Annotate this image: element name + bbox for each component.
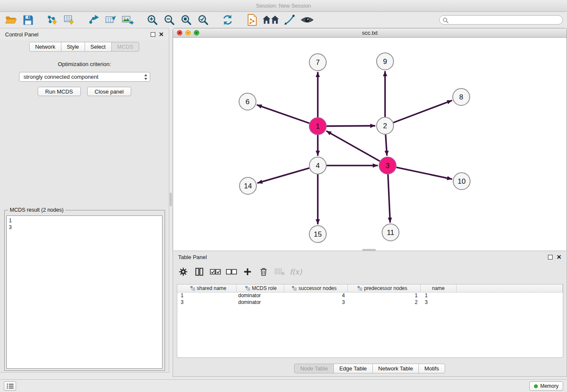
- tab-network[interactable]: Network: [29, 42, 61, 52]
- zoom-fit-glyph: [180, 14, 192, 26]
- tab-node-table[interactable]: Node Table: [294, 364, 334, 373]
- tab-network-table[interactable]: Network Table: [372, 364, 419, 373]
- delete-table-icon-disabled[interactable]: [274, 266, 286, 278]
- graph-node-1[interactable]: 1: [309, 118, 326, 135]
- graph-edge-2-3[interactable]: [385, 135, 387, 156]
- tab-mcds[interactable]: MCDS: [111, 42, 139, 52]
- table-panel: Table Panel ✕: [173, 251, 567, 377]
- unchecked-boxes-glyph: [226, 268, 237, 275]
- search-input[interactable]: [440, 16, 562, 24]
- cell-successor-nodes: 4: [284, 293, 348, 299]
- graph-edge-3-1[interactable]: [326, 131, 380, 161]
- refresh-icon[interactable]: [221, 13, 234, 27]
- graph-node-14[interactable]: 14: [239, 177, 256, 194]
- tab-select[interactable]: Select: [85, 42, 112, 52]
- import-network-icon[interactable]: [46, 13, 59, 27]
- zoom-in-icon[interactable]: [146, 13, 159, 27]
- graph-node-6[interactable]: 6: [239, 93, 256, 110]
- task-history-button[interactable]: [4, 381, 16, 391]
- graph-node-label: 6: [245, 98, 249, 106]
- column-header-successor-nodes[interactable]: successor nodes: [284, 284, 348, 292]
- memory-status-icon: [534, 384, 538, 388]
- column-label: successor nodes: [298, 285, 336, 291]
- open-folder-icon[interactable]: [4, 13, 18, 27]
- delete-column-icon[interactable]: [258, 266, 270, 278]
- export-image-icon[interactable]: [121, 13, 135, 27]
- vertical-splitter-handle[interactable]: [170, 193, 172, 206]
- mcds-result-value: 3: [9, 224, 160, 231]
- columns-glyph: [195, 267, 204, 276]
- graph-node-label: 14: [244, 182, 252, 190]
- graph-edge-2-8[interactable]: [394, 100, 452, 123]
- graph-node-8[interactable]: 8: [453, 88, 470, 105]
- tab-style[interactable]: Style: [61, 42, 85, 52]
- show-columns-icon[interactable]: [193, 266, 205, 278]
- dropdown-stepper-icon: [144, 74, 148, 80]
- tab-edge-table[interactable]: Edge Table: [333, 364, 373, 373]
- mcds-result-value: 1: [9, 217, 160, 224]
- graph-node-3[interactable]: 3: [379, 157, 396, 174]
- select-all-icon[interactable]: [209, 266, 221, 278]
- graph-node-4[interactable]: 4: [309, 157, 326, 174]
- graph-node-9[interactable]: 9: [377, 53, 394, 70]
- column-header-shared-name[interactable]: shared name: [177, 284, 237, 292]
- checked-boxes-glyph: [210, 268, 221, 275]
- graph-node-label: 10: [458, 177, 466, 185]
- column-label: name: [432, 285, 445, 291]
- import-table-icon[interactable]: [63, 13, 76, 27]
- add-column-icon[interactable]: [242, 266, 253, 278]
- table-panel-close-icon[interactable]: ✕: [556, 255, 561, 259]
- column-header-mcds-role[interactable]: MCDS role: [237, 284, 284, 292]
- control-panel-float-icon[interactable]: [151, 32, 155, 37]
- clipboard-network-glyph: [247, 14, 258, 26]
- close-panel-button[interactable]: Close panel: [87, 87, 132, 96]
- graph-node-2[interactable]: 2: [377, 117, 394, 134]
- plus-glyph: [243, 268, 252, 276]
- zoom-fit-icon[interactable]: [179, 13, 193, 27]
- unselect-all-icon[interactable]: [226, 266, 237, 278]
- graph-edge-1-6[interactable]: [257, 105, 310, 124]
- control-panel-close-icon[interactable]: ✕: [159, 32, 164, 37]
- graph-node-7[interactable]: 7: [309, 54, 326, 71]
- graph-node-15[interactable]: 15: [309, 226, 326, 243]
- column-label: predecessor nodes: [364, 285, 407, 291]
- network-minimize-icon[interactable]: –: [185, 30, 191, 36]
- run-mcds-button[interactable]: Run MCDS: [38, 87, 81, 96]
- show-hide-icon[interactable]: [300, 13, 315, 27]
- memory-button[interactable]: Memory: [529, 381, 563, 391]
- table-row[interactable]: 3 dominator 3 2 3: [177, 299, 563, 306]
- table-panel-float-icon[interactable]: [548, 255, 553, 259]
- clipboard-network-icon[interactable]: [245, 13, 259, 27]
- column-header-name[interactable]: name: [421, 284, 457, 292]
- network-window: ✕ – + scc.txt 7968124314101511: [173, 28, 567, 251]
- mcds-result-box: MCDS result (2 nodes) 1 3: [4, 210, 165, 371]
- zoom-out-icon[interactable]: [162, 13, 176, 27]
- home-network-glyph: [263, 15, 279, 25]
- network-zoom-icon[interactable]: +: [194, 30, 199, 36]
- graph-edge-3-10[interactable]: [396, 167, 452, 179]
- graph-edge-3-11[interactable]: [388, 174, 390, 223]
- save-session-icon[interactable]: [21, 13, 35, 27]
- export-network-icon[interactable]: [87, 13, 101, 27]
- network-close-icon[interactable]: ✕: [177, 30, 182, 36]
- apply-style-icon[interactable]: [283, 13, 296, 27]
- graph-edge-1-2[interactable]: [327, 126, 375, 126]
- graph-node-10[interactable]: 10: [453, 173, 470, 190]
- open-folder-glyph: [5, 14, 17, 25]
- criterion-dropdown[interactable]: strongly connected component: [19, 72, 150, 82]
- tab-motifs[interactable]: Motifs: [418, 364, 445, 373]
- home-network-icon[interactable]: [262, 13, 279, 27]
- graph-node-11[interactable]: 11: [382, 224, 399, 241]
- graph-edge-4-14[interactable]: [257, 168, 309, 183]
- attribute-icon: [245, 286, 250, 291]
- export-table-icon[interactable]: [104, 13, 118, 27]
- column-header-predecessor-nodes[interactable]: predecessor nodes: [348, 284, 421, 292]
- table-settings-icon[interactable]: [177, 266, 189, 278]
- cell-mcds-role: dominator: [237, 299, 284, 306]
- zoom-selected-icon[interactable]: [196, 13, 210, 27]
- network-graph[interactable]: 7968124314101511: [173, 38, 567, 251]
- function-builder-icon[interactable]: f(x): [290, 266, 302, 278]
- node-table: shared name MCDS role successor nodes pr…: [177, 284, 563, 358]
- import-network-glyph: [47, 14, 58, 26]
- table-row[interactable]: 1 dominator 4 1 1: [177, 293, 563, 299]
